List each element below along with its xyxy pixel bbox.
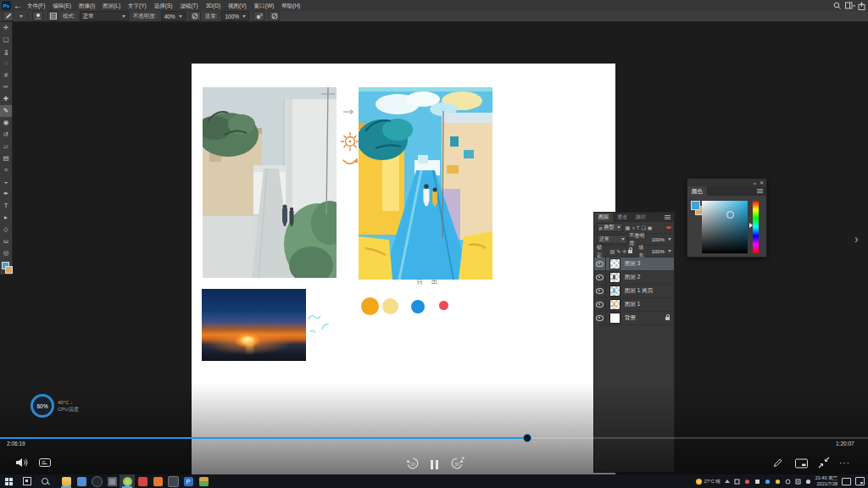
exit-fullscreen-button[interactable] — [818, 457, 830, 469]
app-camera[interactable] — [104, 474, 120, 488]
app-gray-square[interactable] — [165, 474, 181, 488]
filter-toggle[interactable] — [666, 226, 671, 229]
visibility-toggle[interactable] — [594, 312, 606, 324]
start-button[interactable] — [5, 478, 13, 485]
tool-blur[interactable]: ≈ — [0, 164, 12, 176]
opacity-dropdown[interactable]: 40% — [161, 11, 186, 21]
tool-quick-select[interactable]: ◌ — [0, 58, 12, 69]
layer-row[interactable]: 图层 1 拷贝 — [594, 285, 674, 298]
layer-row[interactable]: 图层 2 — [594, 271, 674, 285]
layer-thumbnail[interactable] — [609, 258, 620, 269]
layer-thumbnail[interactable] — [609, 272, 620, 283]
hue-slider-handle[interactable] — [749, 223, 753, 228]
layer-name[interactable]: 图层 1 — [625, 301, 640, 308]
layer-opacity-value[interactable]: 100% — [652, 237, 665, 242]
action-center-icon[interactable] — [855, 477, 865, 485]
menu-window[interactable]: 窗口(W) — [254, 0, 274, 11]
fill-value[interactable]: 100% — [652, 249, 665, 254]
visibility-toggle[interactable] — [594, 258, 606, 270]
filter-type-icon[interactable]: T — [637, 225, 640, 230]
tool-crop[interactable]: # — [0, 69, 12, 81]
color-picker-cursor[interactable] — [726, 211, 734, 219]
tool-clone-stamp[interactable]: ◉ — [0, 117, 12, 129]
filter-pixel-icon[interactable]: ▦ — [625, 225, 630, 230]
seek-bar[interactable] — [0, 437, 868, 439]
tool-history-brush[interactable]: ↺ — [0, 129, 12, 141]
pause-button[interactable] — [429, 458, 439, 473]
tray-icon-5[interactable] — [775, 479, 781, 485]
layer-row[interactable]: 图层 3 — [594, 258, 674, 271]
tool-lasso[interactable]: ʓ — [0, 46, 12, 58]
layer-thumbnail[interactable] — [609, 313, 620, 324]
tray-icon-3[interactable] — [754, 479, 760, 485]
cpu-monitor-widget[interactable]: 60% 40°C ↓ CPU温度 — [31, 394, 79, 418]
weather-widget[interactable]: 27°C 晴 — [696, 479, 720, 485]
panel-menu-icon[interactable] — [665, 217, 670, 218]
layer-row-background[interactable]: 背景 — [594, 312, 674, 325]
tool-brush[interactable]: ✎ — [0, 105, 12, 117]
more-options-button[interactable]: ··· — [839, 459, 850, 468]
workspace-switcher-icon[interactable] — [845, 2, 855, 10]
danmaku-toggle-icon[interactable] — [39, 458, 52, 468]
search-icon[interactable] — [833, 2, 842, 10]
touch-keyboard-icon[interactable] — [842, 478, 851, 485]
share-icon[interactable] — [858, 2, 865, 10]
foreground-color-swatch[interactable] — [691, 201, 700, 210]
tool-type[interactable]: T — [0, 200, 12, 212]
app-file-explorer[interactable] — [58, 474, 74, 488]
tool-move[interactable]: ✛ — [0, 22, 12, 34]
flow-dropdown[interactable]: 100% — [221, 11, 249, 21]
tool-zoom[interactable]: ◎ — [0, 247, 12, 259]
close-panel-icon[interactable]: ✕ — [760, 180, 764, 186]
layer-row[interactable]: 图层 1 — [594, 298, 674, 312]
task-view-button[interactable] — [23, 477, 31, 485]
taskbar-clock[interactable]: 21:40 周三 2021/7/28 — [815, 475, 837, 487]
menu-3d[interactable]: 3D(D) — [206, 0, 220, 11]
visibility-toggle[interactable] — [594, 298, 606, 311]
airbrush-icon[interactable] — [253, 11, 264, 21]
filter-adjustment-icon[interactable]: ◑ — [632, 225, 635, 230]
tray-icon-6[interactable] — [785, 479, 791, 485]
filter-shape-icon[interactable]: ❏ — [641, 225, 645, 230]
collapse-panel-icon[interactable]: « — [754, 180, 756, 186]
background-color-swatch[interactable] — [5, 266, 13, 274]
brush-preset-picker[interactable] — [32, 11, 43, 21]
blend-mode-dropdown[interactable]: 正常 — [80, 11, 129, 21]
app-pictures-folder[interactable] — [196, 474, 211, 488]
hue-slider[interactable] — [753, 201, 759, 253]
tool-hand[interactable]: ω — [0, 236, 12, 247]
app-red[interactable] — [135, 474, 150, 488]
rewind-10-button[interactable]: 10 — [406, 457, 420, 470]
tool-dodge[interactable]: ◒ — [0, 176, 12, 188]
tab-channels[interactable]: 通道 — [613, 213, 632, 222]
forward-30-button[interactable]: 30 — [450, 457, 465, 470]
layer-name[interactable]: 图层 2 — [625, 274, 640, 281]
app-dark-circle[interactable] — [89, 474, 104, 488]
menu-help[interactable]: 帮助(H) — [281, 0, 300, 11]
menu-file[interactable]: 文件(F) — [27, 0, 45, 11]
player-back-button[interactable]: ← — [14, 0, 22, 11]
filter-kind-dropdown[interactable]: ρ类型 — [597, 223, 623, 232]
expand-panels-chevron[interactable]: › — [854, 232, 859, 246]
lock-pixels-icon[interactable]: ✎ — [616, 248, 620, 254]
tray-icon-4[interactable] — [765, 479, 771, 485]
smoothing-pressure-icon[interactable] — [269, 11, 280, 21]
layer-name[interactable]: 图层 3 — [625, 260, 640, 268]
taskbar-search-button[interactable] — [42, 478, 48, 485]
menu-filter[interactable]: 滤镜(T) — [180, 0, 198, 11]
menu-view[interactable]: 视图(V) — [228, 0, 247, 11]
menu-edit[interactable]: 编辑(E) — [53, 0, 71, 11]
opacity-pressure-icon[interactable] — [190, 11, 201, 21]
tray-icon-2[interactable] — [744, 479, 750, 485]
tray-icon-8[interactable] — [805, 479, 811, 485]
brush-tool-icon[interactable] — [3, 11, 14, 21]
tab-color[interactable]: 颜色 — [687, 186, 707, 196]
tab-layers[interactable]: 图层 — [594, 213, 613, 222]
tool-shape[interactable]: ◇ — [0, 224, 12, 236]
tool-eyedropper[interactable]: ✑ — [0, 81, 12, 93]
subtitle-button[interactable] — [795, 458, 808, 469]
app-p-blue[interactable]: P — [181, 474, 196, 488]
tool-gradient[interactable]: ▤ — [0, 152, 12, 164]
tool-eraser[interactable]: ▱ — [0, 141, 12, 152]
layer-blend-mode-dropdown[interactable]: 正常 — [597, 235, 627, 244]
